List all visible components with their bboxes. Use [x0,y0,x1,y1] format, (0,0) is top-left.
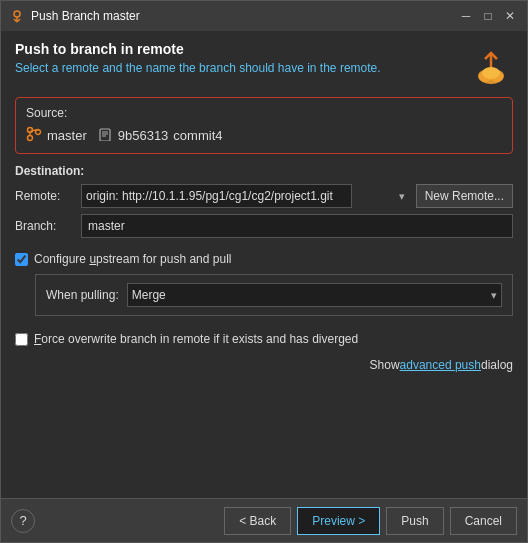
maximize-button[interactable]: □ [479,7,497,25]
pulling-label: When pulling: [46,288,119,302]
destination-section: Destination: Remote: origin: http://10.1… [15,164,513,244]
remote-select-wrapper: origin: http://10.1.1.95/pg1/cg1/cg2/pro… [81,184,410,208]
branch-input[interactable] [81,214,513,238]
source-row: master 9b56313 commit4 [26,126,502,145]
pulling-select-wrapper: MergeRebaseFast-forward only [127,283,502,307]
advanced-row: Show advanced push dialog [15,358,513,372]
advanced-push-link[interactable]: advanced push [400,358,481,372]
branch-row: Branch: [15,214,513,238]
main-content: Push to branch in remote Select a remote… [1,31,527,498]
source-label: Source: [26,106,502,120]
force-overwrite-row: Force overwrite branch in remote if it e… [15,332,513,346]
destination-label: Destination: [15,164,513,178]
header-text: Push to branch in remote Select a remote… [15,41,469,75]
push-button[interactable]: Push [386,507,443,535]
main-window: Push Branch master ─ □ ✕ Push to branch … [0,0,528,543]
help-button[interactable]: ? [11,509,35,533]
remote-label: Remote: [15,189,75,203]
configure-upstream-row: Configure upstream for push and pull [15,252,513,266]
pulling-section: When pulling: MergeRebaseFast-forward on… [35,274,513,316]
branch-chip: master [26,126,87,145]
cloud-icon [469,43,513,87]
cloud-area [469,41,513,87]
window-icon [9,8,25,24]
commit-icon [99,127,113,144]
force-overwrite-label: Force overwrite branch in remote if it e… [34,332,358,346]
header-section: Push to branch in remote Select a remote… [15,41,513,87]
svg-point-10 [28,136,33,141]
footer: ? < Back Preview > Push Cancel [1,498,527,542]
pulling-row: When pulling: MergeRebaseFast-forward on… [46,283,502,307]
force-overwrite-checkbox[interactable] [15,333,28,346]
remote-select[interactable]: origin: http://10.1.1.95/pg1/cg1/cg2/pro… [81,184,352,208]
advanced-prefix: Show [370,358,400,372]
title-bar-text: Push Branch master [31,9,457,23]
configure-upstream-label: Configure upstream for push and pull [34,252,231,266]
new-remote-button[interactable]: New Remote... [416,184,513,208]
footer-buttons: < Back Preview > Push Cancel [224,507,517,535]
svg-rect-13 [100,129,110,141]
advanced-suffix: dialog [481,358,513,372]
commit-message: commit4 [173,128,222,143]
cancel-button[interactable]: Cancel [450,507,517,535]
push-subtitle: Select a remote and the name the branch … [15,61,469,75]
minimize-button[interactable]: ─ [457,7,475,25]
commit-chip: 9b56313 commit4 [99,127,223,144]
push-title: Push to branch in remote [15,41,469,57]
branch-name: master [47,128,87,143]
close-button[interactable]: ✕ [501,7,519,25]
title-bar: Push Branch master ─ □ ✕ [1,1,527,31]
preview-button[interactable]: Preview > [297,507,380,535]
pulling-select[interactable]: MergeRebaseFast-forward only [127,283,502,307]
commit-hash: 9b56313 [118,128,169,143]
window-controls: ─ □ ✕ [457,7,519,25]
svg-point-8 [482,67,500,79]
branch-label: Branch: [15,219,75,233]
remote-row: Remote: origin: http://10.1.1.95/pg1/cg1… [15,184,513,208]
source-box: Source: master [15,97,513,154]
back-button[interactable]: < Back [224,507,291,535]
svg-point-0 [14,11,20,17]
configure-upstream-checkbox[interactable] [15,253,28,266]
branch-icon [26,126,42,145]
